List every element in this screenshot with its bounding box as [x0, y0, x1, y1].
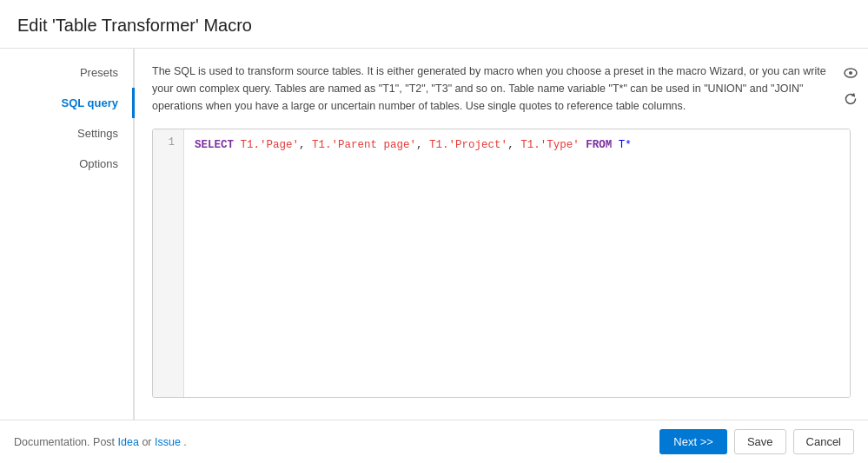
svg-point-1	[849, 71, 852, 75]
col2: T1.'Parent page'	[312, 139, 416, 151]
footer-links: Documentation. Post Idea or Issue .	[14, 436, 659, 448]
footer-buttons: Next >> Save Cancel	[659, 429, 854, 454]
content-area: The SQL is used to transform source tabl…	[135, 49, 868, 420]
sql-editor-container: 1 SELECT T1.'Page', T1.'Parent page', T1…	[152, 129, 851, 398]
main-layout: Presets SQL query Settings Options The S…	[0, 49, 868, 420]
sql-code-area[interactable]: SELECT T1.'Page', T1.'Parent page', T1.'…	[184, 129, 850, 397]
footer: Documentation. Post Idea or Issue . Next…	[0, 420, 868, 463]
table-ref: T*	[619, 139, 632, 151]
line-number-1: 1	[162, 136, 175, 149]
right-icons	[840, 63, 861, 109]
sidebar-item-settings[interactable]: Settings	[0, 118, 135, 149]
col4: T1.'Type'	[520, 139, 580, 151]
next-button[interactable]: Next >>	[659, 429, 727, 454]
page-header: Edit 'Table Transformer' Macro	[0, 0, 868, 49]
refresh-icon	[844, 92, 858, 106]
or-text: or	[142, 436, 151, 448]
issue-link[interactable]: Issue	[155, 436, 181, 448]
description-text: The SQL is used to transform source tabl…	[152, 63, 830, 115]
sidebar-item-options[interactable]: Options	[0, 149, 135, 179]
eye-icon	[844, 66, 858, 80]
col1: T1.'Page'	[241, 139, 300, 151]
keyword-select: SELECT	[195, 139, 234, 151]
keyword-from: FROM	[586, 139, 612, 151]
idea-link[interactable]: Idea	[118, 436, 139, 448]
period: .	[183, 436, 186, 448]
save-button[interactable]: Save	[734, 429, 786, 454]
cancel-button[interactable]: Cancel	[793, 429, 854, 454]
refresh-icon-button[interactable]	[840, 89, 861, 109]
content-inner: The SQL is used to transform source tabl…	[135, 49, 868, 420]
page-title: Edit 'Table Transformer' Macro	[17, 16, 851, 36]
col3: T1.'Project'	[429, 139, 507, 151]
sidebar-item-presets[interactable]: Presets	[0, 57, 135, 88]
line-numbers: 1	[153, 129, 184, 397]
sidebar-item-sql-query[interactable]: SQL query	[0, 88, 135, 118]
code-line-1: SELECT T1.'Page', T1.'Parent page', T1.'…	[195, 139, 632, 151]
post-text: Post	[93, 436, 115, 448]
doc-text: Documentation.	[14, 436, 90, 448]
sidebar: Presets SQL query Settings Options	[0, 49, 135, 420]
eye-icon-button[interactable]	[840, 63, 861, 83]
